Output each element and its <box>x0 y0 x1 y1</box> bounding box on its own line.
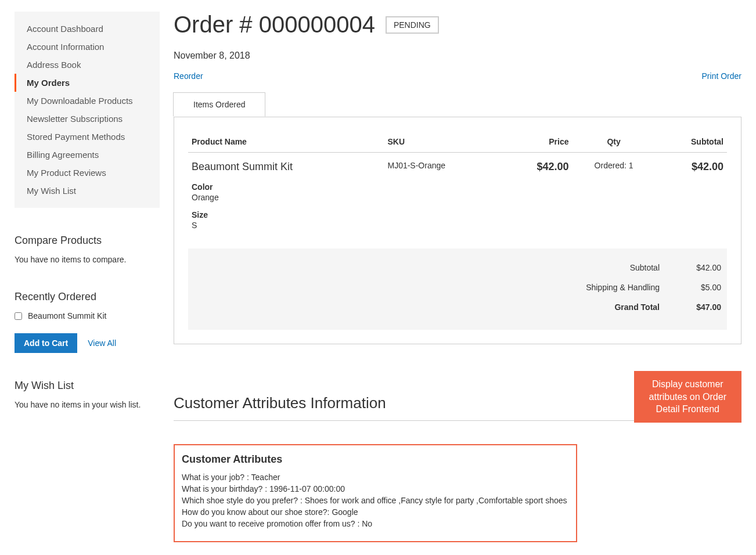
product-name: Beaumont Summit Kit <box>192 161 380 173</box>
add-to-cart-button[interactable]: Add to Cart <box>15 333 77 353</box>
recently-ordered-block: Recently Ordered Beaumont Summit Kit Add… <box>15 291 160 353</box>
customer-attributes-box: Customer Attributes What is your job? : … <box>174 444 577 542</box>
total-grand-label: Grand Total <box>614 302 660 312</box>
opt-size-label: Size <box>192 210 380 219</box>
account-nav: Account Dashboard Account Information Ad… <box>15 12 160 208</box>
opt-color-label: Color <box>192 182 380 192</box>
totals-block: Subtotal $42.00 Shipping & Handling $5.0… <box>188 248 727 330</box>
view-all-link[interactable]: View All <box>88 338 116 348</box>
callout-line-1: Display customer <box>649 378 726 391</box>
col-qty: Qty <box>572 131 655 153</box>
compare-products-block: Compare Products You have no items to co… <box>15 235 160 264</box>
callout-line-2: attributes on Order <box>649 391 726 403</box>
wishlist-title: My Wish List <box>15 380 160 392</box>
sku-value: MJ01-S-Orange <box>384 153 501 239</box>
total-subtotal-value: $42.00 <box>681 263 721 272</box>
col-product-name: Product Name <box>188 131 384 153</box>
order-panel: Product Name SKU Price Qty Subtotal Beau… <box>174 117 741 344</box>
qty-value: 1 <box>629 161 633 170</box>
wishlist-block: My Wish List You have no items in your w… <box>15 380 160 409</box>
customer-attributes-heading: Customer Attributes Information <box>174 394 634 417</box>
nav-product-reviews[interactable]: My Product Reviews <box>15 164 160 182</box>
customer-attributes-box-title: Customer Attributes <box>182 453 569 466</box>
status-badge: Pending <box>386 16 439 34</box>
items-table: Product Name SKU Price Qty Subtotal Beau… <box>188 131 727 238</box>
recent-item-checkbox[interactable] <box>15 312 22 320</box>
opt-color-value: Orange <box>192 193 380 202</box>
print-order-link[interactable]: Print Order <box>702 71 741 81</box>
total-shipping-value: $5.00 <box>681 283 721 292</box>
attr-line: How do you know about our shoe store?: G… <box>182 507 569 517</box>
total-shipping-label: Shipping & Handling <box>586 283 660 292</box>
nav-downloadable-products[interactable]: My Downloadable Products <box>15 92 160 110</box>
col-price: Price <box>502 131 573 153</box>
reorder-link[interactable]: Reorder <box>174 71 203 81</box>
nav-billing-agreements[interactable]: Billing Agreements <box>15 146 160 164</box>
nav-stored-payment-methods[interactable]: Stored Payment Methods <box>15 128 160 146</box>
annotation-callout: Display customer attributes on Order Det… <box>634 371 741 423</box>
nav-account-dashboard[interactable]: Account Dashboard <box>15 20 160 38</box>
order-date: November 8, 2018 <box>174 51 741 61</box>
compare-title: Compare Products <box>15 235 160 247</box>
sidebar: Account Dashboard Account Information Ad… <box>15 12 160 542</box>
col-subtotal: Subtotal <box>656 131 727 153</box>
table-row: Beaumont Summit Kit Color Orange Size S … <box>188 153 727 239</box>
main-content: Order # 000000004 Pending November 8, 20… <box>174 12 741 542</box>
total-grand-value: $47.00 <box>681 302 721 312</box>
tab-items-ordered[interactable]: Items Ordered <box>173 92 265 117</box>
recent-item: Beaumont Summit Kit <box>15 311 160 320</box>
attr-line: Which shoe style do you prefer? : Shoes … <box>182 496 569 505</box>
callout-line-3: Detail Frontend <box>649 403 726 416</box>
recent-title: Recently Ordered <box>15 291 160 303</box>
compare-empty: You have no items to compare. <box>15 255 160 264</box>
attr-line: Do you want to receive promotion offer f… <box>182 519 569 528</box>
opt-size-value: S <box>192 221 380 230</box>
nav-newsletter-subscriptions[interactable]: Newsletter Subscriptions <box>15 110 160 128</box>
subtotal-value: $42.00 <box>692 161 723 172</box>
price-value: $42.00 <box>537 161 568 172</box>
nav-account-information[interactable]: Account Information <box>15 38 160 56</box>
nav-wish-list[interactable]: My Wish List <box>15 182 160 200</box>
qty-label: Ordered: <box>595 161 627 170</box>
total-subtotal-label: Subtotal <box>630 263 660 272</box>
wishlist-empty: You have no items in your wish list. <box>15 400 160 409</box>
attr-line: What is your job? : Teacher <box>182 473 569 482</box>
order-title: Order # 000000004 <box>174 12 375 38</box>
nav-address-book[interactable]: Address Book <box>15 56 160 74</box>
attr-line: What is your birthday? : 1996-11-07 00:0… <box>182 484 569 493</box>
recent-item-label: Beaumont Summit Kit <box>28 311 106 320</box>
col-sku: SKU <box>384 131 501 153</box>
nav-my-orders[interactable]: My Orders <box>15 74 160 92</box>
